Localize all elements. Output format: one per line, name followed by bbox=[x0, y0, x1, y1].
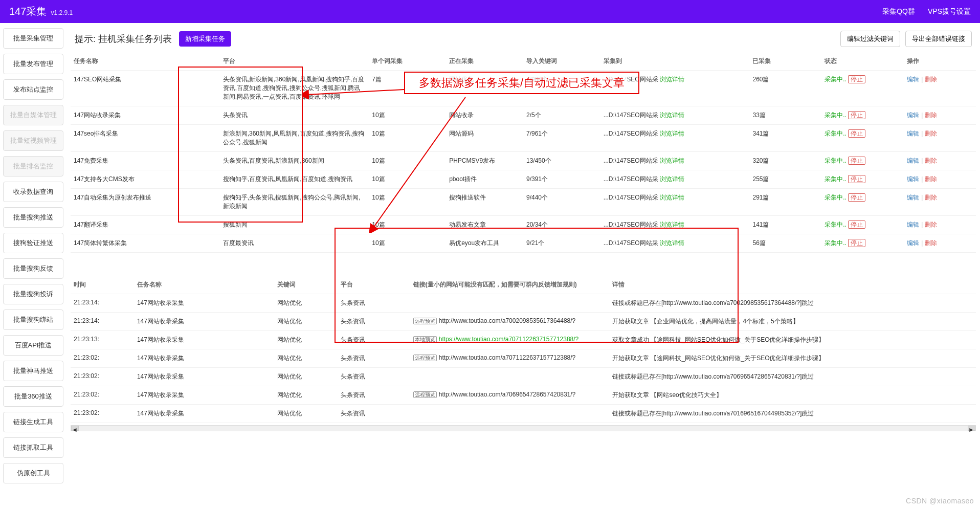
delete-link[interactable]: 删除 bbox=[925, 130, 937, 137]
table-row: 147网站收录采集头条资讯10篇网站收录2/5个...D:\147SEO网站采 … bbox=[71, 106, 976, 125]
cell-name: 147简体转繁体采集 bbox=[71, 234, 220, 253]
stop-button[interactable]: 停止 bbox=[848, 111, 865, 119]
log-url[interactable]: https://www.toutiao.com/a707112263715771… bbox=[439, 336, 579, 343]
delete-link[interactable]: 删除 bbox=[925, 112, 937, 119]
delete-link[interactable]: 删除 bbox=[925, 239, 937, 247]
sidebar-item-16[interactable]: 链接抓取工具 bbox=[3, 437, 63, 458]
table-row: 147seo排名采集新浪新闻,360新闻,凤凰新闻,百度知道,搜狗资讯,搜狗公众… bbox=[71, 125, 976, 152]
edit-link[interactable]: 编辑 bbox=[907, 221, 919, 228]
edit-link[interactable]: 编辑 bbox=[907, 112, 919, 119]
new-task-button[interactable]: 新增采集任务 bbox=[179, 31, 231, 47]
preview-badge[interactable]: 远程预览 bbox=[413, 355, 437, 361]
sidebar-item-2[interactable]: 发布站点监控 bbox=[3, 79, 63, 100]
top-bar: 147采集 v1.2.9.1 采集QQ群 VPS拨号设置 bbox=[0, 0, 980, 23]
cell-platform: 头条资讯,百度资讯,新浪新闻,360新闻 bbox=[220, 152, 369, 170]
browse-detail-link[interactable]: 浏览详情 bbox=[660, 239, 684, 247]
log-url[interactable]: http://www.toutiao.com/a7071122637157712… bbox=[439, 354, 576, 361]
log-keyword: 网站优化 bbox=[274, 349, 338, 368]
sidebar-item-12[interactable]: 百度API推送 bbox=[3, 335, 63, 356]
stop-button[interactable]: 停止 bbox=[848, 157, 865, 165]
sidebar-item-15[interactable]: 链接生成工具 bbox=[3, 412, 63, 432]
version-label: v1.2.9.1 bbox=[51, 9, 73, 16]
sidebar-item-0[interactable]: 批量采集管理 bbox=[3, 28, 63, 49]
edit-link[interactable]: 编辑 bbox=[907, 194, 919, 201]
task-table: 任务名称 平台 单个词采集 正在采集 导入关键词 采集到 已采集 状态 操作 1… bbox=[71, 52, 976, 253]
scroll-right-icon[interactable]: ► bbox=[968, 426, 975, 431]
preview-badge[interactable]: 远程预览 bbox=[413, 391, 437, 398]
cell-collected: 33篇 bbox=[749, 106, 821, 125]
scroll-left-icon[interactable]: ◄ bbox=[71, 426, 79, 431]
cell-action: 编辑|删除 bbox=[904, 71, 976, 106]
sidebar-item-8[interactable]: 搜狗验证推送 bbox=[3, 233, 63, 253]
filter-keywords-button[interactable]: 编辑过滤关键词 bbox=[840, 31, 900, 47]
stop-button[interactable]: 停止 bbox=[848, 129, 865, 138]
log-detail: 链接或标题已存在[http://www.toutiao.com/a7002098… bbox=[609, 294, 976, 313]
cell-single: 10篇 bbox=[369, 125, 446, 152]
sidebar-item-13[interactable]: 批量神马推送 bbox=[3, 361, 63, 381]
log-keyword: 网站优化 bbox=[274, 294, 338, 313]
edit-link[interactable]: 编辑 bbox=[907, 76, 919, 83]
cell-status: 采集中.. 停止 bbox=[821, 106, 904, 125]
edit-link[interactable]: 编辑 bbox=[907, 239, 919, 247]
sidebar-item-10[interactable]: 批量搜狗投诉 bbox=[3, 284, 63, 304]
browse-detail-link[interactable]: 浏览详情 bbox=[660, 130, 684, 137]
export-errors-button[interactable]: 导出全部错误链接 bbox=[905, 31, 972, 47]
stop-button[interactable]: 停止 bbox=[848, 193, 865, 202]
delete-link[interactable]: 删除 bbox=[925, 76, 937, 83]
sidebar-item-4: 批量短视频管理 bbox=[3, 130, 63, 151]
delete-link[interactable]: 删除 bbox=[925, 175, 937, 183]
vps-settings-link[interactable]: VPS拨号设置 bbox=[928, 7, 971, 16]
horizontal-scrollbar[interactable]: ◄ ► bbox=[71, 425, 976, 431]
cell-collecting: 搜狗推送软件 bbox=[446, 189, 523, 216]
cell-collecting: 易优eyou发布工具 bbox=[446, 234, 523, 253]
edit-link[interactable]: 编辑 bbox=[907, 157, 919, 164]
log-name: 147网站收录采集 bbox=[134, 368, 274, 386]
log-url[interactable]: http://www.toutiao.com/a7002098535617364… bbox=[439, 317, 576, 324]
sidebar-item-7[interactable]: 批量搜狗推送 bbox=[3, 207, 63, 228]
sidebar-item-14[interactable]: 批量360推送 bbox=[3, 386, 63, 407]
browse-detail-link[interactable]: 浏览详情 bbox=[660, 157, 684, 164]
log-detail: 获取文章成功 【途网科技_网站SEO优化如何做_关于SEO优化详细操作步骤】 bbox=[609, 331, 976, 349]
delete-link[interactable]: 删除 bbox=[925, 157, 937, 164]
cell-collected: 56篇 bbox=[749, 234, 821, 253]
browse-detail-link[interactable]: 浏览详情 bbox=[660, 76, 684, 83]
log-link bbox=[410, 368, 609, 386]
th-status: 状态 bbox=[821, 52, 904, 71]
delete-link[interactable]: 删除 bbox=[925, 194, 937, 201]
delete-link[interactable]: 删除 bbox=[925, 221, 937, 228]
table-row: 147SEO网站采集头条资讯,新浪新闻,360新闻,凤凰新闻,搜狗知乎,百度资讯… bbox=[71, 71, 976, 106]
table-row: 147自动采集为原创发布推送搜狗知乎,头条资讯,搜狐新闻,搜狗公众号,腾讯新闻,… bbox=[71, 189, 976, 216]
sidebar-item-11[interactable]: 批量搜狗绑站 bbox=[3, 310, 63, 330]
log-time: 21:23:02: bbox=[71, 405, 134, 423]
browse-detail-link[interactable]: 浏览详情 bbox=[660, 175, 684, 183]
log-keyword: 网站优化 bbox=[274, 368, 338, 386]
th-single: 单个词采集 bbox=[369, 52, 446, 71]
sidebar-item-6[interactable]: 收录数据查询 bbox=[3, 182, 63, 202]
preview-badge[interactable]: 本地预览 bbox=[413, 336, 437, 343]
stop-button[interactable]: 停止 bbox=[848, 75, 865, 83]
stop-button[interactable]: 停止 bbox=[848, 239, 865, 247]
cell-collect-to: ...D:\147SEO网站采 浏览详情 bbox=[600, 71, 750, 106]
stop-button[interactable]: 停止 bbox=[848, 220, 865, 229]
log-keyword: 网站优化 bbox=[274, 331, 338, 349]
lth-link: 链接(量小的网站可能没有匹配，如需要可群内反馈增加规则) bbox=[410, 276, 609, 294]
log-time: 21:23:14: bbox=[71, 294, 134, 313]
edit-link[interactable]: 编辑 bbox=[907, 175, 919, 183]
log-link: 本地预览https://www.toutiao.com/a70711226371… bbox=[410, 331, 609, 349]
sidebar-item-5: 批量排名监控 bbox=[3, 156, 63, 176]
browse-detail-link[interactable]: 浏览详情 bbox=[660, 112, 684, 119]
log-url[interactable]: http://www.toutiao.com/a7069654728657420… bbox=[439, 391, 576, 398]
browse-detail-link[interactable]: 浏览详情 bbox=[660, 194, 684, 201]
sidebar-item-9[interactable]: 批量搜狗反馈 bbox=[3, 258, 63, 279]
sidebar-item-1[interactable]: 批量发布管理 bbox=[3, 54, 63, 74]
sidebar-item-17[interactable]: 伪原创工具 bbox=[3, 463, 63, 483]
edit-link[interactable]: 编辑 bbox=[907, 130, 919, 137]
log-platform: 头条资讯 bbox=[338, 294, 410, 313]
browse-detail-link[interactable]: 浏览详情 bbox=[660, 221, 684, 228]
cell-action: 编辑|删除 bbox=[904, 234, 976, 253]
preview-badge[interactable]: 远程预览 bbox=[413, 318, 437, 324]
qq-group-link[interactable]: 采集QQ群 bbox=[882, 7, 915, 16]
lth-time: 时间 bbox=[71, 276, 134, 294]
cell-collected: 341篇 bbox=[749, 125, 821, 152]
stop-button[interactable]: 停止 bbox=[848, 175, 865, 183]
